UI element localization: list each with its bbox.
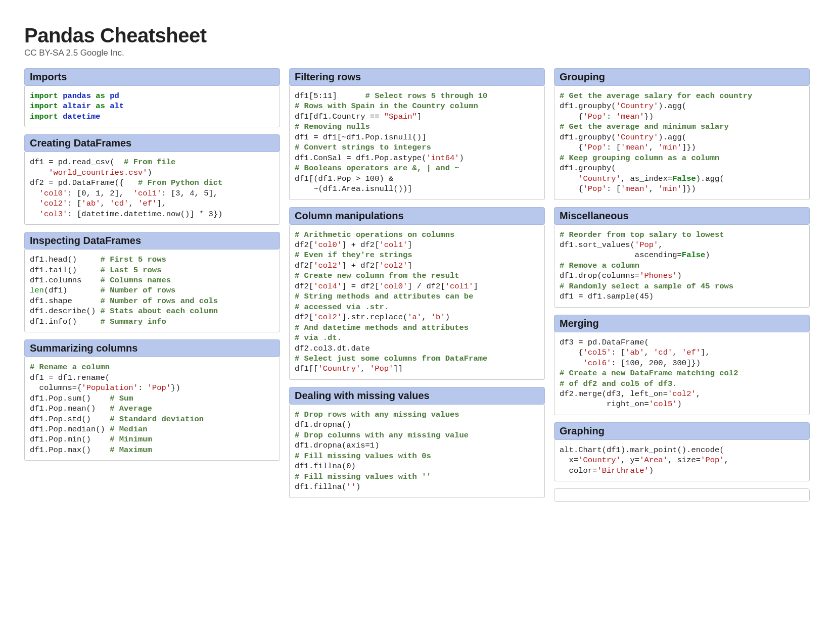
code-block: alt.Chart(df1).mark_point().encode( x='C… xyxy=(560,445,804,476)
code-block: import pandas as pd import altair as alt… xyxy=(30,91,274,122)
section-body: # Get the average salary for each countr… xyxy=(554,86,810,200)
section-body: df1.head() # First 5 rows df1.tail() # L… xyxy=(24,250,280,332)
section-body: # Reorder from top salary to lowest df1.… xyxy=(554,225,810,308)
section-header: Creating DataFrames xyxy=(24,134,280,152)
code-block: df1.head() # First 5 rows df1.tail() # L… xyxy=(30,255,274,327)
section: Graphingalt.Chart(df1).mark_point().enco… xyxy=(554,422,810,481)
section-body: df3 = pd.DataFrame( {'col5': ['ab', 'cd'… xyxy=(554,332,810,415)
code-block: # Rename a column df1 = df1.rename( colu… xyxy=(30,362,274,455)
section-header: Filtering rows xyxy=(289,68,545,86)
section: Column manipulations# Arithmetic operati… xyxy=(289,207,545,380)
column-1: Filtering rowsdf1[5:11] # Select rows 5 … xyxy=(289,68,545,509)
section-header: Column manipulations xyxy=(289,207,545,225)
section-body: alt.Chart(df1).mark_point().encode( x='C… xyxy=(554,440,810,481)
code-block: # Drop rows with any missing values df1.… xyxy=(295,410,539,492)
section-body: # Rename a column df1 = df1.rename( colu… xyxy=(24,357,280,461)
section-header: Merging xyxy=(554,315,810,332)
column-2: Grouping# Get the average salary for eac… xyxy=(554,68,810,509)
section: Creating DataFramesdf1 = pd.read_csv( # … xyxy=(24,134,280,225)
page-title: Pandas Cheatsheet xyxy=(24,24,810,47)
column-0: Importsimport pandas as pd import altair… xyxy=(24,68,280,509)
section-header: Graphing xyxy=(554,422,810,440)
section-header: Inspecting DataFrames xyxy=(24,232,280,250)
section: Mergingdf3 = pd.DataFrame( {'col5': ['ab… xyxy=(554,315,810,415)
section-body: import pandas as pd import altair as alt… xyxy=(24,86,280,127)
section xyxy=(554,488,810,502)
section: Summarizing columns# Rename a column df1… xyxy=(24,339,280,461)
section-body: df1[5:11] # Select rows 5 through 10 # R… xyxy=(289,86,545,200)
columns-container: Importsimport pandas as pd import altair… xyxy=(24,68,810,509)
section: Inspecting DataFramesdf1.head() # First … xyxy=(24,232,280,332)
section: Dealing with missing values# Drop rows w… xyxy=(289,387,545,498)
code-block: # Reorder from top salary to lowest df1.… xyxy=(560,230,804,302)
section: Filtering rowsdf1[5:11] # Select rows 5 … xyxy=(289,68,545,200)
section: Grouping# Get the average salary for eac… xyxy=(554,68,810,200)
code-block: # Arithmetic operations on columns df2['… xyxy=(295,230,539,374)
code-block: df1 = pd.read_csv( # From file 'world_co… xyxy=(30,157,274,219)
section-body: # Drop rows with any missing values df1.… xyxy=(289,405,545,498)
code-block: # Get the average salary for each countr… xyxy=(560,91,804,194)
section-header: Miscellaneous xyxy=(554,207,810,225)
section-body: # Arithmetic operations on columns df2['… xyxy=(289,225,545,380)
section-header: Imports xyxy=(24,68,280,86)
code-block: df3 = pd.DataFrame( {'col5': ['ab', 'cd'… xyxy=(560,337,804,410)
section-body xyxy=(554,488,810,502)
license-text: CC BY-SA 2.5 Google Inc. xyxy=(24,48,810,58)
code-block: df1[5:11] # Select rows 5 through 10 # R… xyxy=(295,91,539,194)
section: Miscellaneous# Reorder from top salary t… xyxy=(554,207,810,308)
section-header: Summarizing columns xyxy=(24,339,280,357)
section-header: Dealing with missing values xyxy=(289,387,545,405)
section: Importsimport pandas as pd import altair… xyxy=(24,68,280,127)
section-header: Grouping xyxy=(554,68,810,86)
section-body: df1 = pd.read_csv( # From file 'world_co… xyxy=(24,152,280,225)
